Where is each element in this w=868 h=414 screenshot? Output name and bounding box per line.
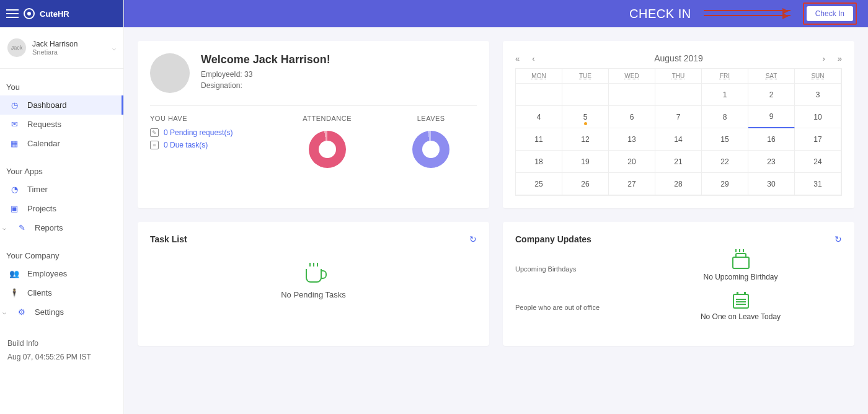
calendar-day[interactable]: 4 (516, 106, 562, 128)
calendar-day[interactable]: 2 (748, 84, 795, 106)
calendar-day[interactable]: 31 (795, 173, 841, 195)
sidebar-item-reports[interactable]: ⌵ ✎ Reports (0, 218, 123, 237)
sidebar-item-settings[interactable]: ⌵ ⚙ Settings (0, 302, 123, 322)
coffee-cup-icon (306, 269, 322, 283)
due-tasks-label: 0 Due task(s) (164, 141, 208, 149)
calendar-day[interactable]: 24 (795, 151, 841, 173)
refresh-icon[interactable]: ↻ (835, 234, 842, 244)
sidebar-item-label: Clients (27, 288, 52, 297)
employee-id: EmployeeId: 33 (201, 69, 330, 80)
sidebar-item-requests[interactable]: ✉ Requests (0, 115, 123, 134)
calendar-day[interactable]: 1 (702, 84, 748, 106)
avatar-large (150, 53, 190, 93)
checkin-button[interactable]: Check In (807, 6, 853, 21)
calendar-dow: SUN (795, 69, 841, 84)
due-tasks-link[interactable]: ≡ 0 Due task(s) (150, 141, 269, 149)
sidebar-item-label: Reports (35, 223, 63, 232)
attendance-donut (309, 131, 346, 168)
cal-first-icon[interactable]: « (515, 54, 520, 63)
pending-requests-link[interactable]: ✎ 0 Pending request(s) (150, 128, 269, 137)
you-have-title: YOU HAVE (150, 115, 269, 122)
sidebar-item-label: Projects (27, 204, 56, 213)
calendar-day[interactable]: 10 (795, 106, 841, 128)
cal-next-icon[interactable]: › (822, 54, 825, 63)
calendar-day[interactable]: 8 (702, 106, 748, 128)
calendar-dow: MON (516, 69, 562, 84)
calendar-day[interactable]: 23 (748, 151, 795, 173)
menu-icon[interactable] (6, 9, 19, 18)
welcome-card: Welcome Jack Harrison! EmployeeId: 33 De… (138, 41, 489, 208)
checkin-title: CHECK IN (629, 7, 691, 21)
designation: Designation: (201, 80, 330, 91)
calendar-day[interactable]: 15 (702, 128, 748, 151)
calendar-day[interactable]: 22 (702, 151, 748, 173)
sidebar-item-label: Timer (27, 185, 48, 194)
sidebar-item-label: Dashboard (27, 100, 67, 110)
calendar-day[interactable]: 5 (562, 106, 609, 128)
chevron-down-icon: ⌵ (112, 45, 116, 51)
sidebar-item-calendar[interactable]: ▦ Calendar (0, 134, 123, 153)
calendar-day[interactable]: 13 (609, 128, 655, 151)
edit-icon: ✎ (150, 128, 159, 137)
avatar: Jack (7, 38, 26, 57)
sidebar-item-dashboard[interactable]: ◷ Dashboard (0, 95, 123, 115)
calendar-day[interactable]: 3 (795, 84, 841, 106)
calendar-day[interactable]: 26 (562, 173, 609, 195)
calendar-day[interactable]: 20 (609, 151, 655, 173)
calendar-day[interactable]: 21 (655, 151, 702, 173)
user-row[interactable]: Jack Jack Harrison Snetiara ⌵ (0, 27, 123, 69)
calendar-day[interactable]: 28 (655, 173, 702, 195)
calendar-icon: ▦ (9, 139, 20, 148)
calendar-day[interactable]: 12 (562, 128, 609, 151)
calendar-day[interactable]: 16 (748, 128, 795, 151)
calendar-day[interactable]: 11 (516, 128, 562, 151)
calendar-day[interactable]: 18 (516, 151, 562, 173)
list-icon: ≡ (150, 141, 159, 149)
calendar-cell-empty (562, 84, 609, 106)
calendar-dow: THU (655, 69, 702, 84)
calendar-cell-empty (516, 84, 562, 106)
pending-requests-label: 0 Pending request(s) (164, 128, 232, 137)
build-title: Build Info (7, 339, 116, 348)
welcome-greeting: Welcome Jack Harrison! (201, 53, 330, 66)
person-icon: 🕴 (9, 288, 20, 297)
calendar-day[interactable]: 19 (562, 151, 609, 173)
calendar-day[interactable]: 6 (609, 106, 655, 128)
user-name: Jack Harrison (32, 40, 106, 48)
sidebar-item-clients[interactable]: 🕴 Clients (0, 283, 123, 302)
calendar-day[interactable]: 27 (609, 173, 655, 195)
calendar-day[interactable]: 7 (655, 106, 702, 128)
calendar-cell-empty (609, 84, 655, 106)
topbar: CHECK IN Check In (124, 0, 868, 27)
calendar-day[interactable]: 30 (748, 173, 795, 195)
nav-group-apps: Your Apps (0, 163, 123, 180)
cake-icon (732, 257, 750, 269)
sidebar-item-projects[interactable]: ▣ Projects (0, 199, 123, 218)
calendar-day[interactable]: 29 (702, 173, 748, 195)
sidebar-item-timer[interactable]: ◔ Timer (0, 180, 123, 199)
cal-last-icon[interactable]: » (838, 54, 842, 63)
calendar-day[interactable]: 9 (748, 106, 795, 128)
task-list-title: Task List (150, 234, 477, 244)
calendar-day[interactable]: 25 (516, 173, 562, 195)
company-updates-title: Company Updates (515, 234, 842, 244)
grid-icon: ▣ (9, 204, 20, 213)
cal-prev-icon[interactable]: ‹ (532, 54, 534, 63)
calendar-cell-empty (655, 84, 702, 106)
sidebar-item-employees[interactable]: 👥 Employees (0, 264, 123, 283)
brand-bar: CuteHR (0, 0, 123, 27)
leaves-donut (412, 131, 450, 168)
calendar-card: « ‹ August 2019 › » MONTUEWEDTHUFRISATSU… (503, 41, 854, 208)
ooo-label: People who are out of office (515, 304, 627, 311)
mail-icon: ✉ (9, 120, 20, 129)
nav-group-company: Your Company (0, 247, 123, 264)
calendar-day[interactable]: 17 (795, 128, 841, 151)
calendar-grid: MONTUEWEDTHUFRISATSUN1234567891011121314… (515, 68, 842, 196)
annotation-arrows (704, 7, 790, 20)
leaves-title: LEAVES (385, 115, 477, 122)
dashboard-icon: ◷ (9, 100, 20, 110)
calendar-dow: TUE (562, 69, 609, 84)
refresh-icon[interactable]: ↻ (469, 234, 477, 244)
attendance-title: ATTENDANCE (281, 115, 373, 122)
calendar-day[interactable]: 14 (655, 128, 702, 151)
